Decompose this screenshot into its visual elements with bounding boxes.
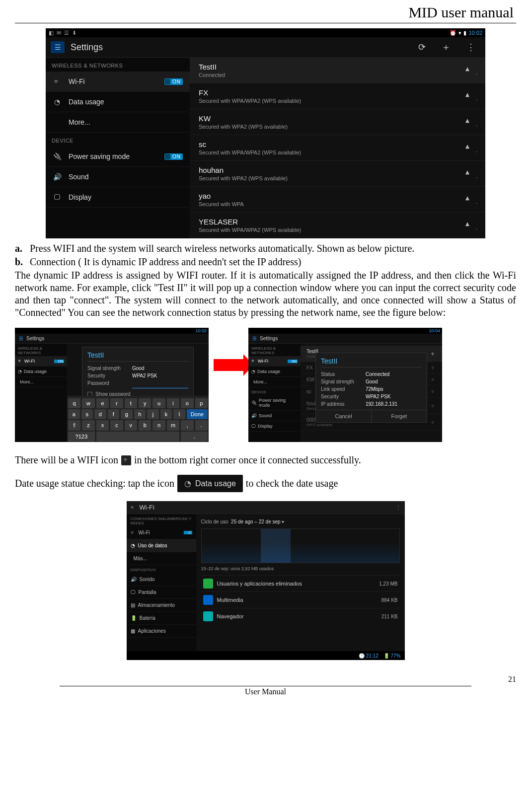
key[interactable]: p — [195, 398, 208, 408]
data-usage-line: Date usage statue checking: tap the icon… — [15, 475, 516, 492]
section-device: DEVICE — [46, 133, 190, 147]
display-icon: 🖵 — [53, 193, 62, 201]
key[interactable]: d — [94, 409, 106, 419]
forget-button[interactable]: Forget — [371, 410, 427, 422]
key[interactable]: r — [110, 398, 123, 408]
key[interactable]: b — [139, 420, 151, 431]
paragraph-connection: The dynamic IP address is assigned by WI… — [15, 269, 516, 319]
nav-more[interactable]: More... — [46, 112, 190, 133]
key[interactable]: e — [96, 398, 109, 408]
wifi-icon: ᯤ — [131, 505, 136, 510]
wifi-network-item[interactable]: houhanSecured with WPA2 (WPS available) — [190, 161, 485, 187]
key[interactable]: o — [181, 398, 193, 408]
wifi-network-item[interactable]: scSecured with WPA/WPA2 (WPS available) — [190, 135, 485, 161]
step-b-label: b. — [15, 256, 26, 268]
dialog-network-name: TestII — [87, 351, 188, 362]
key-done[interactable]: Done — [187, 409, 208, 419]
wifi-network-item[interactable]: KWSecured with WPA2 (WPS available) — [190, 109, 485, 135]
nav-sound-label: Sound — [69, 173, 88, 181]
key[interactable]: w — [82, 398, 94, 408]
wifi-network-item[interactable]: TestIIConnected — [190, 58, 485, 83]
settings-icon: ☰ — [19, 336, 23, 341]
menu-icon[interactable]: ⋮ — [396, 505, 401, 510]
menu-icon[interactable]: ⋮ — [461, 42, 480, 53]
nav-wifi[interactable]: ᯤ Wi-Fi ON — [46, 72, 190, 92]
wifi-status-icon: ▾ — [458, 30, 461, 36]
key[interactable]: q — [68, 398, 80, 408]
wifi-connect-dialog-screenshot: 10:02 ☰Settings WIRELESS & NETWORKS ᯤWi-… — [15, 328, 209, 442]
key[interactable]: . — [195, 420, 208, 431]
status-icon: ✉ — [57, 30, 61, 36]
connection-screenshots: 10:02 ☰Settings WIRELESS & NETWORKS ᯤWi-… — [15, 328, 516, 442]
settings-nav: CONEXIONES INALÁMBRICAS Y REDES ᯤWi-FiSÍ… — [127, 514, 196, 651]
data-usage-icon: ◔ — [184, 479, 191, 488]
nav-power-saving[interactable]: 🔌 Power saving mode ON — [46, 147, 190, 167]
wifi-signal-icon — [465, 168, 476, 179]
password-input[interactable] — [132, 380, 188, 388]
key[interactable]: j — [147, 409, 159, 419]
on-screen-keyboard[interactable]: qwertyuiop asdfghjklDone ⇧zxcvbnm,. ?123… — [67, 396, 209, 442]
wifi-network-item[interactable]: FXSecured with WPA/WPA2 (WPS available) — [190, 83, 485, 109]
app-usage-row[interactable]: Navegador211 KB — [201, 608, 400, 624]
wifi-info-dialog: TestII StatusConnected Signal strengthGo… — [315, 353, 427, 423]
status-bar: ◧ ✉ ☰ ⬇ ⏰ ▾ ▮ 10:02 — [46, 28, 485, 37]
key[interactable]: t — [125, 398, 137, 408]
wifi-signal-icon — [465, 194, 476, 205]
nav-data-usage[interactable]: ◔ Data usage — [46, 92, 190, 112]
nav-display[interactable]: 🖵 Display — [46, 187, 190, 208]
add-network-icon[interactable]: ＋ — [437, 41, 455, 53]
key[interactable]: m — [167, 420, 179, 431]
wifi-icon: ᯤ — [53, 77, 62, 85]
key-period[interactable]: . — [181, 432, 208, 442]
settings-wifi-screenshot: ◧ ✉ ☰ ⬇ ⏰ ▾ ▮ 10:02 ☰ Settings ⟳ ＋ ⋮ WIR… — [15, 28, 516, 238]
wifi-network-item[interactable]: YESLASERSecured with WPA/WPA2 (WPS avail… — [190, 213, 485, 238]
key[interactable]: c — [110, 420, 123, 431]
power-switch[interactable]: ON — [164, 153, 183, 160]
app-usage-row[interactable]: Usuarios y aplicaciones eliminados1,23 M… — [201, 575, 400, 591]
nav-sound[interactable]: 🔊 Sound — [46, 167, 190, 187]
cancel-button[interactable]: Cancel — [316, 410, 371, 422]
key[interactable]: g — [121, 409, 133, 419]
key[interactable]: s — [81, 409, 93, 419]
data-usage-button[interactable]: ◔ Data usage — [177, 475, 243, 492]
key[interactable]: i — [167, 398, 179, 408]
data-usage-chart[interactable] — [201, 528, 400, 563]
key-sym[interactable]: ?123 — [68, 432, 95, 442]
key[interactable]: h — [134, 409, 146, 419]
step-a-label: a. — [15, 242, 26, 255]
refresh-icon[interactable]: ⟳ — [413, 42, 431, 53]
data-cycle[interactable]: Ciclo de uso 25 de ago – 22 de sep ▾ — [201, 517, 400, 528]
key[interactable]: k — [160, 409, 172, 419]
nav-wifi-label: Wi-Fi — [69, 77, 85, 85]
sound-icon: 🔊 — [53, 173, 62, 181]
status-icon: ◧ — [49, 30, 54, 36]
key[interactable]: x — [96, 420, 109, 431]
key[interactable]: y — [139, 398, 151, 408]
key[interactable]: a — [68, 409, 80, 419]
page-number: 21 — [15, 675, 516, 684]
battery-icon: ▮ — [463, 30, 466, 36]
nav-data-usage-label: Data usage — [69, 98, 104, 106]
key[interactable]: , — [181, 420, 193, 431]
nav-more-label: More... — [69, 118, 90, 126]
wifi-signal-icon — [465, 143, 476, 153]
app-usage-row[interactable]: Multimedia884 KB — [201, 591, 400, 608]
key-space[interactable] — [96, 432, 180, 442]
key[interactable]: f — [108, 409, 120, 419]
settings-titlebar: ☰ Settings ⟳ ＋ ⋮ — [46, 37, 485, 58]
key[interactable]: z — [82, 420, 94, 431]
data-usage-screenshot: ᯤ Wi-Fi ⋮ CONEXIONES INALÁMBRICAS Y REDE… — [127, 501, 405, 660]
key[interactable]: ⇧ — [68, 420, 80, 431]
wifi-info-dialog-screenshot: 10:04 ☰Settings WIRELESS & NETWORKS ᯤWi-… — [248, 328, 442, 442]
key[interactable]: u — [152, 398, 165, 408]
page-header-title: MID user manual — [15, 0, 516, 23]
power-icon: 🔌 — [53, 152, 62, 160]
key[interactable]: v — [125, 420, 137, 431]
wifi-network-item[interactable]: yaoSecured with WPA — [190, 187, 485, 213]
wifi-switch[interactable]: ON — [164, 78, 183, 85]
step-a-body: Press WIFI and the system will search wi… — [30, 242, 414, 255]
key[interactable]: n — [152, 420, 165, 431]
status-time: 10:02 — [468, 30, 482, 36]
key[interactable]: l — [173, 409, 185, 419]
status-icon: ☰ — [64, 30, 69, 36]
